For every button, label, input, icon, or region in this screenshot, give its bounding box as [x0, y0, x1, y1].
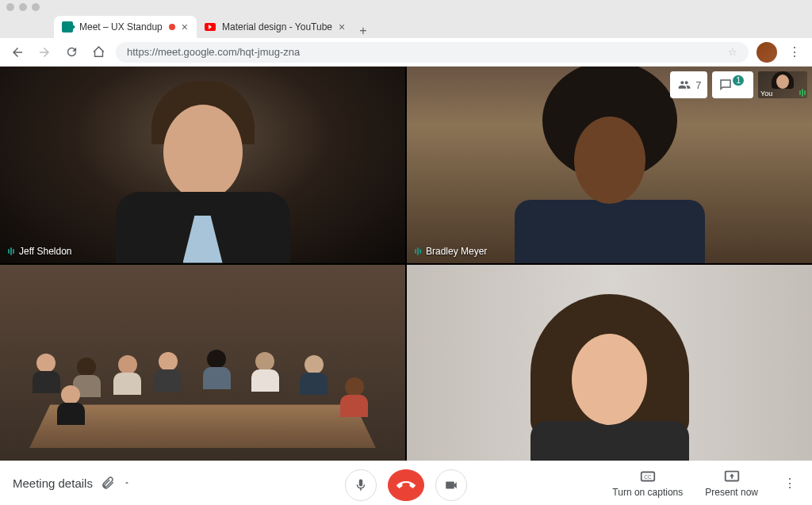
toggle-camera-button[interactable]: [435, 469, 467, 501]
participant-tile[interactable]: [407, 265, 812, 461]
camera-icon: [444, 478, 458, 492]
maximize-window-button[interactable]: [32, 3, 40, 11]
minimize-window-button[interactable]: [19, 3, 27, 11]
present-icon: [723, 468, 741, 485]
browser-menu-button[interactable]: ⋮: [785, 44, 804, 59]
speaking-indicator-icon: [8, 247, 14, 255]
self-label: You: [760, 90, 772, 98]
tab-youtube[interactable]: Material design - YouTube ×: [197, 16, 353, 38]
chat-icon: [718, 78, 733, 92]
participant-tile[interactable]: [0, 265, 405, 461]
window-controls: [0, 0, 812, 14]
url-text: https://meet.google.com/hqt-jmug-zna: [127, 46, 300, 58]
captions-icon: CC: [639, 468, 657, 485]
right-actions: CC Turn on captions Present now ⋮: [612, 468, 799, 498]
address-bar: https://meet.google.com/hqt-jmug-zna ☆ ⋮: [0, 38, 812, 67]
call-controls: [345, 469, 467, 501]
profile-avatar[interactable]: [756, 42, 777, 63]
hangup-button[interactable]: [388, 469, 424, 501]
people-icon: [676, 78, 692, 91]
video-grid: Jeff Sheldon Bradley Meyer: [0, 67, 812, 461]
tab-title: Material design - YouTube: [222, 21, 332, 33]
tab-title: Meet – UX Standup: [79, 21, 163, 33]
reload-button[interactable]: [62, 43, 81, 62]
captions-button[interactable]: CC Turn on captions: [612, 468, 683, 498]
home-button[interactable]: [89, 43, 108, 62]
chat-badge: 1: [733, 75, 744, 86]
forward-button[interactable]: [35, 43, 54, 62]
more-options-button[interactable]: ⋮: [780, 476, 799, 491]
participant-name: Jeff Sheldon: [19, 246, 72, 257]
recording-indicator-icon: [169, 24, 175, 30]
meeting-details-button[interactable]: Meeting details: [13, 476, 131, 490]
hangup-icon: [396, 476, 416, 495]
back-button[interactable]: [8, 43, 27, 62]
self-view-thumbnail[interactable]: You: [758, 71, 807, 98]
captions-label: Turn on captions: [612, 487, 683, 498]
youtube-favicon-icon: [205, 21, 216, 33]
svg-text:CC: CC: [644, 474, 652, 480]
participant-label: Jeff Sheldon: [8, 246, 72, 257]
url-input[interactable]: https://meet.google.com/hqt-jmug-zna ☆: [116, 42, 749, 63]
speaking-indicator-icon: [415, 247, 421, 255]
new-tab-button[interactable]: +: [353, 24, 373, 38]
participant-tile[interactable]: Jeff Sheldon: [0, 67, 405, 263]
microphone-icon: [354, 478, 368, 492]
attachment-icon: [101, 476, 115, 490]
present-button[interactable]: Present now: [705, 468, 758, 498]
participant-count: 7: [695, 79, 701, 91]
self-speaking-icon: [799, 89, 806, 97]
meet-favicon-icon: [62, 21, 73, 33]
participant-label: Bradley Meyer: [415, 246, 487, 257]
bookmark-star-icon[interactable]: ☆: [728, 46, 737, 58]
close-tab-button[interactable]: ×: [182, 21, 188, 33]
tab-bar: Meet – UX Standup × Material design - Yo…: [0, 14, 812, 38]
close-tab-button[interactable]: ×: [339, 21, 345, 33]
present-label: Present now: [705, 487, 758, 498]
mute-mic-button[interactable]: [345, 469, 377, 501]
close-window-button[interactable]: [6, 3, 14, 11]
meeting-details-label: Meeting details: [13, 476, 93, 490]
tab-meet[interactable]: Meet – UX Standup ×: [54, 16, 197, 38]
meeting-bottom-bar: Meeting details CC Turn on captions Pres…: [0, 461, 812, 505]
meeting-top-controls: 7 1 You: [670, 71, 807, 98]
participant-name: Bradley Meyer: [426, 246, 487, 257]
chevron-up-icon: [123, 479, 131, 487]
participants-button[interactable]: 7: [670, 71, 707, 98]
chat-button[interactable]: 1: [712, 71, 753, 98]
